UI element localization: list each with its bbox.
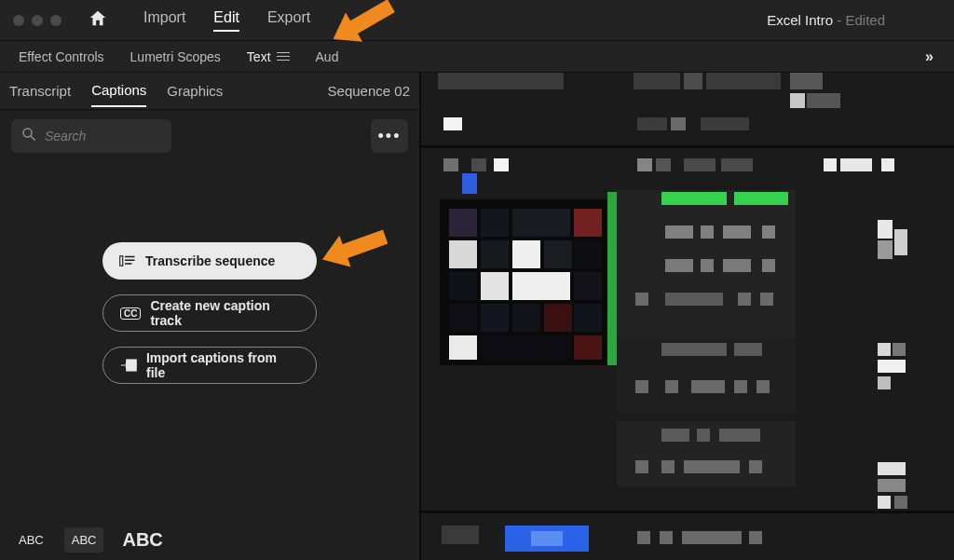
caption-action-buttons: Transcribe sequence CC Create new captio… bbox=[0, 242, 419, 384]
svg-line-1 bbox=[31, 136, 35, 141]
import-captions-button[interactable]: Import captions from file bbox=[102, 347, 317, 384]
svg-rect-2 bbox=[120, 256, 123, 266]
tab-captions[interactable]: Captions bbox=[91, 75, 146, 107]
home-icon[interactable] bbox=[88, 8, 108, 33]
maximize-window-dot[interactable] bbox=[50, 15, 61, 26]
transcribe-label: Transcribe sequence bbox=[145, 253, 275, 268]
program-monitor-area bbox=[421, 73, 954, 560]
panel-tabs-row: Effect Controls Lumetri Scopes Text Aud … bbox=[0, 41, 954, 73]
svg-point-0 bbox=[23, 129, 32, 137]
titlebar: Import Edit Export Excel Intro - Edited bbox=[0, 0, 954, 41]
minimize-window-dot[interactable] bbox=[32, 15, 43, 26]
search-row: ••• bbox=[0, 110, 419, 162]
panel-tab-text-label: Text bbox=[247, 49, 271, 64]
text-panel: Transcript Captions Graphics Sequence 02… bbox=[0, 73, 421, 560]
style-abc-1[interactable]: ABC bbox=[11, 527, 51, 553]
search-input[interactable] bbox=[45, 129, 162, 143]
panel-overflow-icon[interactable]: » bbox=[925, 48, 932, 65]
edited-indicator: - Edited bbox=[833, 12, 885, 28]
import-icon bbox=[120, 359, 137, 372]
project-name: Excel Intro bbox=[767, 12, 833, 28]
tab-transcript[interactable]: Transcript bbox=[9, 75, 71, 106]
search-icon bbox=[20, 126, 37, 146]
tab-graphics[interactable]: Graphics bbox=[167, 75, 223, 106]
transcribe-icon bbox=[119, 254, 136, 267]
cc-icon: CC bbox=[120, 307, 141, 320]
create-caption-track-button[interactable]: CC Create new caption track bbox=[102, 294, 317, 332]
panel-tab-lumetri-scopes[interactable]: Lumetri Scopes bbox=[130, 49, 221, 64]
main-row: Transcript Captions Graphics Sequence 02… bbox=[0, 73, 954, 560]
tab-export[interactable]: Export bbox=[267, 9, 310, 32]
panel-tab-effect-controls[interactable]: Effect Controls bbox=[19, 49, 104, 64]
style-abc-2[interactable]: ABC bbox=[64, 527, 104, 553]
import-label: Import captions from file bbox=[146, 350, 299, 380]
panel-menu-icon[interactable] bbox=[277, 52, 290, 61]
workspace-tabs: Import Edit Export bbox=[143, 9, 310, 32]
close-window-dot[interactable] bbox=[13, 15, 24, 26]
window-traffic-lights bbox=[13, 15, 61, 26]
panel-tab-audio[interactable]: Aud bbox=[316, 49, 339, 64]
caption-style-footer: ABC ABC ABC bbox=[0, 520, 419, 560]
create-track-label: Create new caption track bbox=[150, 298, 299, 328]
pixelated-content bbox=[421, 73, 954, 560]
panel-tab-text[interactable]: Text bbox=[247, 49, 290, 64]
text-subpanel-tabs: Transcript Captions Graphics Sequence 02 bbox=[0, 73, 419, 110]
project-title: Excel Intro - Edited bbox=[767, 12, 885, 28]
tab-edit[interactable]: Edit bbox=[213, 9, 239, 32]
style-abc-big[interactable]: ABC bbox=[122, 529, 162, 551]
search-box[interactable] bbox=[11, 119, 171, 153]
more-options-button[interactable]: ••• bbox=[371, 119, 408, 153]
tab-import[interactable]: Import bbox=[143, 9, 185, 32]
sequence-name: Sequence 02 bbox=[328, 83, 410, 99]
transcribe-sequence-button[interactable]: Transcribe sequence bbox=[102, 242, 317, 280]
